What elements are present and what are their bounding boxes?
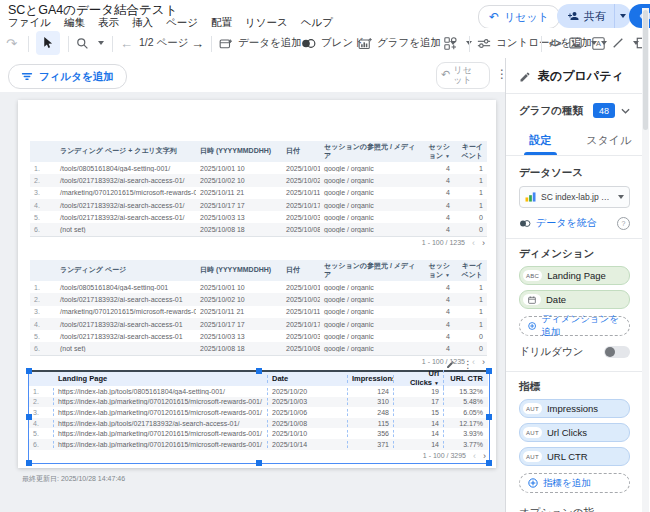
dimension-chip-date[interactable]: Date xyxy=(519,290,630,309)
table-cell: 14 xyxy=(394,430,444,437)
pencil-icon xyxy=(519,71,531,83)
menu-file[interactable]: ファイル xyxy=(8,16,51,28)
table-cell: 4 xyxy=(420,296,454,303)
chart-type-label: グラフの種類 xyxy=(519,104,583,118)
add-dimension-button[interactable]: ディメンションを追加 xyxy=(519,316,630,336)
column-header[interactable]: 日付 xyxy=(282,147,320,155)
drilldown-toggle[interactable] xyxy=(604,346,630,358)
column-header[interactable]: セッションの参照元 / メディア xyxy=(320,143,420,159)
table-row: 6.(not set)2025/10/08 182025/10/08google… xyxy=(30,223,487,235)
insert-line-button[interactable] xyxy=(612,28,639,58)
more-options-icon[interactable]: ⋮ xyxy=(463,359,473,370)
table-cell: google / organic xyxy=(320,345,420,352)
column-header[interactable]: 日時 (YYYYMMDDHH) xyxy=(196,266,282,274)
table-cell: /tools/0217183932/ai-search-access-01 xyxy=(56,296,196,303)
table-cell: 1 xyxy=(454,165,487,172)
column-header[interactable]: Date xyxy=(268,375,348,384)
selection-handle[interactable] xyxy=(486,460,492,466)
selected-table-blended[interactable]: Landing PageDateImpressionsUrl Clicks▼UR… xyxy=(28,370,490,464)
column-header[interactable]: ランディング ページ + クエリ文字列 xyxy=(56,147,196,155)
add-data-button[interactable]: データを追加 xyxy=(219,28,302,58)
page-indicator[interactable]: 1/2 ページ xyxy=(139,28,189,58)
menu-resource[interactable]: リソース xyxy=(245,16,288,28)
pagination-prev-icon[interactable]: ‹ xyxy=(472,238,475,248)
properties-panel: 表のプロパティ グラフの種類 48 設定 スタイル データソース SC inde… xyxy=(505,58,650,512)
tab-style[interactable]: スタイル xyxy=(575,128,644,155)
menu-insert[interactable]: 挿入 xyxy=(132,16,153,28)
table-row: 2./tools/0217183932/ai-search-access-012… xyxy=(30,293,487,305)
column-header[interactable]: Landing Page xyxy=(54,375,268,384)
add-metric-button[interactable]: 指標を追加 xyxy=(519,473,630,493)
data-source-selector[interactable]: SC index-lab.jp URL-impre... xyxy=(519,186,630,208)
column-header[interactable]: キーイベント xyxy=(454,262,487,278)
redo-button[interactable]: ↷ xyxy=(6,28,17,58)
column-header[interactable]: キーイベント xyxy=(454,143,487,159)
add-filter-button[interactable]: フィルタを追加 xyxy=(8,64,127,89)
column-header[interactable]: セッション▼ xyxy=(420,262,454,278)
help-icon[interactable]: ? xyxy=(617,217,630,230)
selection-handle[interactable] xyxy=(486,368,492,374)
dimension-chip-landing-page[interactable]: ABC Landing Page xyxy=(519,266,630,285)
metric-chip-url-clicks[interactable]: AUT Url Clicks xyxy=(519,423,630,442)
add-data-icon xyxy=(219,37,233,50)
menu-arrange[interactable]: 配置 xyxy=(211,16,232,28)
table-row: 3.https://index-lab.jp/marketing/0701201… xyxy=(29,407,488,418)
pagination-next-icon[interactable]: › xyxy=(482,238,485,248)
column-header[interactable]: ランディング ページ xyxy=(56,266,196,274)
scrollbar-thumb[interactable] xyxy=(643,10,648,130)
selection-handle[interactable] xyxy=(256,460,262,466)
metric-chip-url-ctr[interactable]: AUT URL CTR xyxy=(519,447,630,466)
column-header[interactable]: URL CTR xyxy=(444,375,487,384)
blend-button[interactable]: ブレンド xyxy=(301,28,364,58)
selection-handle[interactable] xyxy=(256,368,262,374)
blend-data-link[interactable]: データを統合 xyxy=(519,216,597,230)
column-header[interactable]: 日時 (YYYYMMDDHH) xyxy=(196,147,282,155)
table-cell: 2025/10/17 17 xyxy=(196,202,282,209)
menu-view[interactable]: 表示 xyxy=(98,16,119,28)
canvas-reset-button[interactable]: ↶ リセット xyxy=(436,62,490,89)
next-page-button[interactable]: → xyxy=(191,28,204,58)
selection-handle[interactable] xyxy=(26,414,32,420)
pagination-prev-icon[interactable]: ‹ xyxy=(473,451,476,461)
share-main[interactable]: 共有 xyxy=(557,9,614,24)
calendar-icon xyxy=(523,294,541,305)
insert-text-button[interactable]: A xyxy=(592,28,605,58)
reset-button[interactable]: ↶ リセット xyxy=(478,5,560,29)
divider xyxy=(506,371,643,372)
add-chart-button[interactable]: グラフを追加 xyxy=(358,28,456,58)
menu-edit[interactable]: 編集 xyxy=(64,16,85,28)
select-tool-button[interactable] xyxy=(36,28,60,58)
community-charts-button[interactable] xyxy=(444,28,472,58)
column-header[interactable]: セッションの参照元 / メディア xyxy=(320,262,420,278)
column-header[interactable]: セッション▼ xyxy=(420,143,454,159)
tab-setup[interactable]: 設定 xyxy=(506,128,575,155)
blend-data-label: データを統合 xyxy=(536,216,597,230)
panel-scrollbar[interactable] xyxy=(642,8,649,512)
table-cell: 2025/10/17 xyxy=(282,321,320,328)
menu-page[interactable]: ページ xyxy=(166,16,198,28)
zoom-tool-button[interactable] xyxy=(76,28,104,58)
prev-page-button[interactable]: ← xyxy=(120,28,133,58)
menu-help[interactable]: ヘルプ xyxy=(301,16,333,28)
pagination-next-icon[interactable]: › xyxy=(482,357,485,367)
selection-handle[interactable] xyxy=(486,414,492,420)
table-cell: 4 xyxy=(420,177,454,184)
metric-chip-impressions[interactable]: AUT Impressions xyxy=(519,399,630,418)
embed-button[interactable]: <> xyxy=(549,28,561,58)
table-landing-query[interactable]: ランディング ページ + クエリ文字列日時 (YYYYMMDDHH)日付セッショ… xyxy=(30,141,487,249)
column-header[interactable]: Url Clicks▼ xyxy=(394,370,444,387)
column-header[interactable]: 日付 xyxy=(282,266,320,274)
pagination-range: 1 - 100 / 1235 xyxy=(422,239,465,246)
column-header[interactable]: Impressions xyxy=(348,375,394,384)
table-cell: 2025/10/01 10 xyxy=(196,165,282,172)
share-button[interactable]: 共有 xyxy=(557,4,631,28)
selection-handle[interactable] xyxy=(26,460,32,466)
table-row: 3./marketing/0701201615/microsoft-reward… xyxy=(30,187,487,199)
data-source-value: SC index-lab.jp URL-impre... xyxy=(541,192,613,202)
edit-pencil-icon[interactable] xyxy=(446,360,455,369)
reset-label: リセット xyxy=(504,10,549,25)
chart-type-row[interactable]: グラフの種類 48 xyxy=(519,103,630,118)
selection-handle[interactable] xyxy=(26,368,32,374)
table-rows: 1./tools/0805161804/ga4-setting-001/2025… xyxy=(30,162,487,237)
table-landing-page[interactable]: ランディング ページ日時 (YYYYMMDDHH)日付セッションの参照元 / メ… xyxy=(30,260,487,368)
